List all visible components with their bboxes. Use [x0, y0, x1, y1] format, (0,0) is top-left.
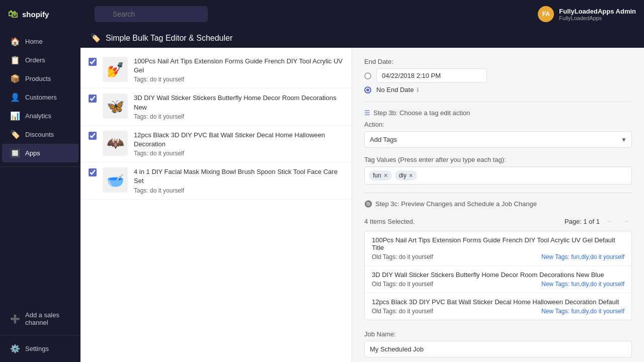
job-name-input[interactable]: [364, 341, 632, 357]
product-item: 💅 100Pcs Nail Art Tips Extension Forms G…: [80, 52, 352, 88]
avatar: FA: [538, 6, 554, 22]
new-tags: New Tags: fun,diy,do it yourself: [541, 253, 624, 260]
action-group: Action: Add TagsRemove TagsReplace Tags …: [364, 121, 632, 148]
layout: 🏠Home📋Orders📦Products👤Customers📊Analytic…: [0, 28, 644, 362]
radio-specific-date[interactable]: [364, 72, 371, 79]
pagination: Page: 1 of 1 ← →: [565, 216, 632, 227]
product-thumb: 🦇: [103, 131, 128, 156]
step3b-icon: ☰: [364, 109, 370, 117]
preview-header: 4 Items Selected. Page: 1 of 1 ← →: [364, 216, 632, 227]
product-checkbox[interactable]: [89, 132, 97, 140]
step3c-icon: 🔘: [364, 200, 372, 208]
right-panel: End Date: No End Date ℹ: [352, 48, 644, 362]
apps-icon: 🔲: [10, 148, 20, 158]
new-tags: New Tags: fun,diy,do it yourself: [541, 281, 624, 288]
add-sales-channel-icon: ➕: [10, 314, 20, 324]
info-icon[interactable]: ℹ: [417, 86, 419, 94]
new-tags: New Tags: fun,diy,do it yourself: [541, 308, 624, 315]
sidebar-divider: [0, 166, 80, 167]
product-thumb-emoji: 🥣: [107, 172, 124, 189]
items-selected: 4 Items Selected.: [364, 218, 415, 225]
no-end-date-label: No End Date ℹ: [376, 86, 419, 94]
sidebar-label-analytics: Analytics: [25, 112, 51, 120]
tag-remove-fun[interactable]: ✕: [383, 172, 388, 179]
old-tags: Old Tags: do it yourself: [372, 281, 433, 288]
sidebar-item-analytics[interactable]: 📊Analytics: [2, 107, 78, 125]
page-header: 🏷️ Simple Bulk Tag Editor & Scheduler: [80, 28, 644, 48]
settings-icon: ⚙️: [10, 344, 20, 353]
sidebar-item-customers[interactable]: 👤Customers: [2, 88, 78, 107]
left-panel: 💅 100Pcs Nail Art Tips Extension Forms G…: [80, 48, 352, 362]
preview-product-name: 12pcs Black 3D DIY PVC Bat Wall Sticker …: [372, 298, 624, 306]
sidebar-label-home: Home: [25, 38, 43, 45]
product-info: 100Pcs Nail Art Tips Extension Forms Gui…: [134, 57, 344, 83]
date-input[interactable]: [376, 68, 487, 83]
old-tags: Old Tags: do it yourself: [372, 253, 433, 260]
sidebar-settings-label: Settings: [25, 345, 49, 352]
product-name: 100Pcs Nail Art Tips Extension Forms Gui…: [134, 57, 344, 75]
sidebar-label-apps: Apps: [25, 149, 40, 157]
product-info: 4 in 1 DIY Facial Mask Mixing Bowl Brush…: [134, 167, 344, 194]
date-row-no-end: No End Date ℹ: [364, 86, 632, 94]
step3c-label: 🔘 Step 3c: Preview Changes and Schedule …: [364, 200, 632, 208]
step3b-label: ☰ Step 3b: Choose a tag edit action: [364, 109, 632, 117]
preview-row: 3D DIY Wall Sticker Stickers Butterfly H…: [365, 266, 631, 293]
page-title: Simple Bulk Tag Editor & Scheduler: [106, 34, 232, 43]
tag-label: fun: [373, 172, 381, 179]
tag-input-area[interactable]: fun✕diy✕: [364, 166, 632, 185]
product-info: 12pcs Black 3D DIY PVC Bat Wall Sticker …: [134, 131, 344, 157]
product-tags: Tags: do it yourself: [134, 150, 344, 157]
sidebar-label-customers: Customers: [25, 94, 57, 101]
sidebar-item-add-sales-channel[interactable]: ➕ Add a sales channel: [2, 307, 78, 331]
sidebar-item-settings[interactable]: ⚙️ Settings: [2, 339, 78, 358]
preview-tags-row: Old Tags: do it yourself New Tags: fun,d…: [372, 281, 624, 288]
product-name: 3D DIY Wall Sticker Stickers Butterfly H…: [134, 94, 344, 112]
orders-icon: 📋: [10, 55, 20, 65]
product-name: 4 in 1 DIY Facial Mask Mixing Bowl Brush…: [134, 167, 344, 186]
preview-table: 100Pcs Nail Art Tips Extension Forms Gui…: [364, 231, 632, 320]
preview-tags-row: Old Tags: do it yourself New Tags: fun,d…: [372, 253, 624, 260]
action-label: Action:: [364, 121, 632, 128]
product-thumb-emoji: 💅: [107, 61, 124, 78]
shopify-bag-icon: 🛍: [8, 9, 18, 20]
user-name: FullyLoadedApps Admin: [559, 8, 636, 15]
preview-row: 12pcs Black 3D DIY PVC Bat Wall Sticker …: [365, 293, 631, 320]
search-input[interactable]: [95, 6, 208, 22]
sidebar-item-apps[interactable]: 🔲Apps: [2, 144, 78, 162]
product-tags: Tags: do it yourself: [134, 187, 344, 194]
product-item: 🥣 4 in 1 DIY Facial Mask Mixing Bowl Bru…: [80, 162, 352, 199]
tag-remove-diy[interactable]: ✕: [409, 172, 413, 179]
product-thumb: 💅: [103, 57, 128, 82]
product-checkbox[interactable]: [89, 168, 97, 176]
product-checkbox[interactable]: [89, 58, 97, 66]
product-tags: Tags: do it yourself: [134, 76, 344, 83]
product-thumb: 🥣: [103, 167, 128, 193]
sidebar-item-discounts[interactable]: 🏷️Discounts: [2, 125, 78, 144]
pagination-prev-button[interactable]: ←: [604, 216, 616, 227]
sidebar-item-orders[interactable]: 📋Orders: [2, 51, 78, 69]
preview-tags-row: Old Tags: do it yourself New Tags: fun,d…: [372, 308, 624, 315]
discounts-icon: 🏷️: [10, 130, 20, 139]
sidebar: 🏠Home📋Orders📦Products👤Customers📊Analytic…: [0, 28, 80, 362]
product-checkbox[interactable]: [89, 95, 97, 103]
shopify-wordmark: shopify: [22, 10, 49, 19]
sidebar-label-discounts: Discounts: [25, 131, 54, 138]
search-wrap: 🔍: [95, 6, 396, 22]
customers-icon: 👤: [10, 93, 20, 102]
end-date-group: End Date: No End Date ℹ: [364, 58, 632, 94]
sidebar-item-home[interactable]: 🏠Home: [2, 32, 78, 51]
tag-chip-fun: fun✕: [369, 170, 392, 180]
radio-no-end-date[interactable]: [364, 86, 371, 94]
date-row-specific: [364, 68, 632, 83]
pagination-next-button[interactable]: →: [620, 216, 632, 227]
products-icon: 📦: [10, 74, 20, 83]
content-area: 💅 100Pcs Nail Art Tips Extension Forms G…: [80, 48, 644, 362]
action-select[interactable]: Add TagsRemove TagsReplace Tags: [364, 131, 632, 148]
tag-chip-diy: diy✕: [395, 170, 417, 180]
page-header-icon: 🏷️: [91, 33, 101, 43]
sidebar-item-products[interactable]: 📦Products: [2, 69, 78, 88]
product-item: 🦋 3D DIY Wall Sticker Stickers Butterfly…: [80, 88, 352, 125]
shopify-logo: 🛍 shopify: [8, 9, 89, 20]
user-area: FA FullyLoadedApps Admin FullyLoadedApps: [538, 6, 636, 22]
section-divider-1: [364, 102, 632, 102]
